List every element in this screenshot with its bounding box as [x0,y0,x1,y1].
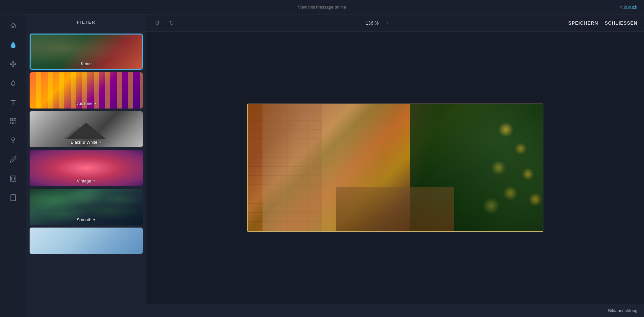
schliessen-button[interactable]: SCHLIESSEN [605,20,637,26]
zuruck-button[interactable]: < Zurück [619,5,637,10]
svg-rect-12 [12,177,14,180]
filter-label-smooth: Smooth ▼ [77,217,96,222]
sidebar-item-brush[interactable] [5,132,21,149]
filter-item-duotone[interactable]: DuoTone ▼ [30,72,143,109]
canvas-area [146,32,644,304]
duotone-chevron-icon: ▼ [94,102,97,105]
svg-rect-8 [10,122,12,124]
sidebar-item-text[interactable] [5,94,21,110]
toolbar: ↺ ↻ − 136 % + SPEICHERN SCHLIESSEN [146,14,644,32]
sofa-overlay [336,187,454,231]
bw-chevron-icon: ▼ [99,141,102,144]
sidebar-item-pencil[interactable] [5,151,21,168]
svg-point-0 [10,63,12,65]
action-buttons: SPEICHERN SCHLIESSEN [568,20,637,26]
zoom-controls: − 136 % + [353,19,391,27]
filter-list: Keine DuoTone ▼ Black [26,30,146,317]
svg-rect-6 [10,119,12,121]
icon-sidebar [0,14,26,317]
image-scene [248,104,543,231]
redo-button[interactable]: ↻ [167,17,176,29]
sidebar-item-bookmark[interactable] [5,113,21,130]
filter-label-vintage: Vintage ▼ [77,179,96,183]
filter-item-smooth[interactable]: Smooth ▼ [30,189,143,225]
bottom-bar: Bildausrichtung [146,304,644,317]
svg-point-10 [12,138,14,141]
svg-rect-13 [11,195,15,201]
filter-item-bw[interactable]: Black & White ▼ [30,111,143,147]
message-link[interactable]: View this message online [298,5,346,10]
speichern-button[interactable]: SPEICHERN [568,20,598,26]
filter-item-partial[interactable] [30,228,143,254]
svg-point-2 [12,61,14,63]
filter-label-bw: Black & White ▼ [71,140,102,145]
sidebar-item-frame[interactable] [5,170,21,187]
image-frame [247,104,543,232]
filter-header: FILTER [26,14,146,30]
smooth-chevron-icon: ▼ [93,218,96,222]
svg-rect-11 [10,176,16,182]
filter-panel: FILTER Keine DuoTone ▼ [26,14,146,317]
filter-label-duotone: DuoTone ▼ [76,101,97,106]
zoom-out-button[interactable]: − [353,19,361,27]
svg-rect-7 [13,119,15,121]
main-layout: FILTER Keine DuoTone ▼ [0,14,644,317]
svg-point-3 [12,66,14,67]
sidebar-item-nodes[interactable] [5,56,21,72]
sidebar-item-home[interactable] [5,18,21,34]
undo-button[interactable]: ↺ [153,17,162,29]
filter-thumbnail-partial [30,228,143,254]
sidebar-item-droplet[interactable] [5,37,21,53]
vintage-chevron-icon: ▼ [92,180,95,183]
sidebar-item-page[interactable] [5,189,21,206]
svg-point-1 [14,63,16,65]
sidebar-item-water[interactable] [5,75,21,91]
bildausrichtung-button[interactable]: Bildausrichtung [608,308,637,313]
main-content: ↺ ↻ − 136 % + SPEICHERN SCHLIESSEN [146,14,644,317]
filter-item-keine[interactable]: Keine [30,34,143,70]
zoom-in-button[interactable]: + [383,19,391,27]
filter-item-vintage[interactable]: Vintage ▼ [30,150,143,186]
top-bar: View this message online < Zurück [0,0,644,14]
zoom-value: 136 % [364,20,380,26]
filter-label-keine: Keine [81,61,91,66]
svg-rect-9 [13,122,15,124]
